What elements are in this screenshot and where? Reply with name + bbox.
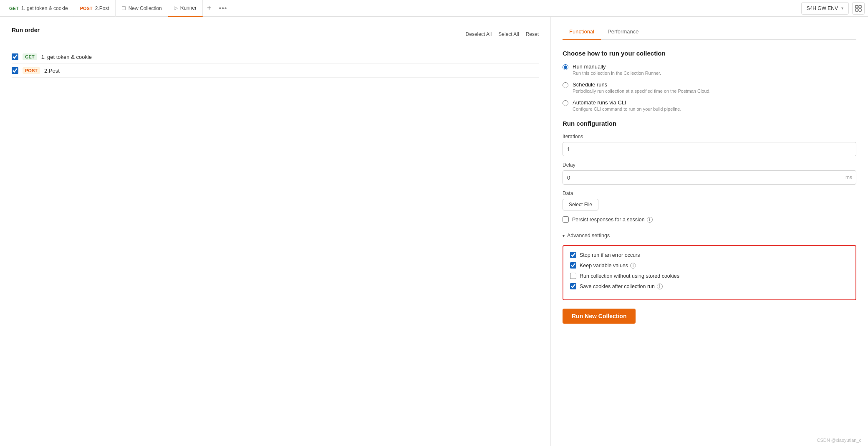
schedule-runs-sub: Periodically run collection at a specifi… (573, 89, 711, 94)
data-field: Data Select File (563, 190, 856, 210)
tab-functional[interactable]: Functional (563, 25, 601, 40)
chevron-down-icon: ▾ (841, 6, 843, 10)
method-post-badge: POST (80, 6, 93, 11)
tab-bar: GET 1. get token & cookie POST 2.Post ☐ … (0, 0, 868, 17)
environment-icon-button[interactable] (852, 2, 865, 15)
left-panel-actions: Deselect All Select All Reset (466, 31, 539, 37)
left-panel: Run order Deselect All Select All Reset … (0, 17, 551, 446)
svg-rect-0 (855, 5, 858, 8)
run-order-title: Run order (12, 27, 40, 33)
run-item-2-checkbox[interactable] (12, 67, 18, 74)
main-content: Run order Deselect All Select All Reset … (0, 17, 868, 446)
run-options: Run manually Run this collection in the … (563, 63, 856, 112)
advanced-settings-box: Stop run if an error occurs Keep variabl… (563, 245, 856, 300)
select-file-button[interactable]: Select File (563, 199, 598, 210)
tab-post-label: 2.Post (95, 5, 109, 11)
no-stored-cookies-row: Run collection without using stored cook… (570, 273, 849, 279)
iterations-input[interactable] (563, 142, 856, 156)
run-items-list: GET 1. get token & cookie POST 2.Post (12, 50, 539, 78)
keep-variable-row: Keep variable values i (570, 262, 849, 269)
keep-variable-info-icon[interactable]: i (630, 263, 636, 269)
run-item: POST 2.Post (12, 64, 539, 78)
run-item-1-method: GET (23, 53, 37, 60)
select-all-button[interactable]: Select All (498, 31, 519, 37)
run-configuration: Run configuration Iterations Delay ms Da… (563, 120, 856, 223)
schedule-runs-option: Schedule runs Periodically run collectio… (563, 81, 856, 94)
save-cookies-info-icon[interactable]: i (657, 284, 663, 289)
reset-button[interactable]: Reset (526, 31, 539, 37)
more-tabs-button[interactable]: ••• (216, 5, 231, 12)
collection-icon: ☐ (121, 5, 126, 11)
stop-run-label: Stop run if an error occurs (580, 252, 640, 258)
run-item: GET 1. get token & cookie (12, 50, 539, 64)
iterations-field: Iterations (563, 134, 856, 156)
delay-suffix: ms (845, 175, 852, 180)
persist-responses-row: Persist responses for a session i (563, 216, 856, 223)
svg-rect-2 (855, 9, 858, 11)
keep-variable-label: Keep variable values i (580, 263, 636, 269)
no-stored-cookies-label: Run collection without using stored cook… (580, 273, 679, 279)
automate-cli-label: Automate runs via CLI Configure CLI comm… (573, 99, 681, 112)
method-get-badge: GET (9, 6, 19, 11)
run-item-2-name: 2.Post (44, 68, 60, 74)
deselect-all-button[interactable]: Deselect All (466, 31, 492, 37)
watermark: CSDN @xiaoyutian_c (817, 438, 861, 443)
svg-rect-3 (859, 9, 861, 11)
tab-performance[interactable]: Performance (601, 25, 645, 40)
run-manually-option: Run manually Run this collection in the … (563, 63, 856, 76)
grid-icon (855, 5, 862, 12)
chevron-down-icon: ▾ (563, 233, 565, 238)
runner-icon: ▷ (174, 5, 178, 11)
schedule-runs-main: Schedule runs (573, 81, 711, 88)
automate-cli-main: Automate runs via CLI (573, 99, 681, 106)
tab-post[interactable]: POST 2.Post (74, 0, 116, 17)
delay-input[interactable] (563, 170, 856, 185)
stop-run-row: Stop run if an error occurs (570, 252, 849, 258)
run-item-2-method: POST (23, 67, 40, 74)
svg-rect-1 (859, 5, 861, 8)
run-manually-sub: Run this collection in the Collection Ru… (573, 71, 661, 76)
config-section-title: Run configuration (563, 120, 856, 127)
automate-cli-option: Automate runs via CLI Configure CLI comm… (563, 99, 856, 112)
tab-get-token[interactable]: GET 1. get token & cookie (3, 0, 74, 17)
delay-label: Delay (563, 162, 856, 168)
save-cookies-checkbox[interactable] (570, 283, 576, 289)
run-manually-main: Run manually (573, 63, 661, 70)
iterations-label: Iterations (563, 134, 856, 139)
right-panel: Functional Performance Choose how to run… (551, 17, 868, 446)
tab-new-collection-label: New Collection (129, 5, 162, 11)
delay-field: Delay ms (563, 162, 856, 185)
schedule-runs-label: Schedule runs Periodically run collectio… (573, 81, 711, 94)
run-new-collection-button[interactable]: Run New Collection (563, 309, 636, 324)
env-selector-label: S4H GW ENV (807, 5, 838, 11)
persist-responses-checkbox[interactable] (563, 216, 569, 223)
env-selector[interactable]: S4H GW ENV ▾ (801, 2, 849, 15)
advanced-settings-toggle[interactable]: ▾ Advanced settings (563, 231, 856, 240)
automate-cli-radio[interactable] (563, 100, 568, 106)
panel-tabs: Functional Performance (563, 25, 856, 40)
no-stored-cookies-checkbox[interactable] (570, 273, 576, 279)
run-manually-label: Run manually Run this collection in the … (573, 63, 661, 76)
run-item-1-name: 1. get token & cookie (41, 54, 92, 60)
tab-runner[interactable]: ▷ Runner (168, 0, 203, 17)
delay-input-wrapper: ms (563, 170, 856, 185)
save-cookies-row: Save cookies after collection run i (570, 283, 849, 289)
keep-variable-checkbox[interactable] (570, 262, 576, 269)
add-tab-button[interactable]: + (203, 4, 216, 13)
save-cookies-label: Save cookies after collection run i (580, 284, 663, 289)
automate-cli-sub: Configure CLI command to run on your bui… (573, 106, 681, 112)
tab-get-token-label: 1. get token & cookie (21, 5, 68, 11)
run-item-1-checkbox[interactable] (12, 53, 18, 60)
choose-how-title: Choose how to run your collection (563, 50, 856, 57)
data-label: Data (563, 190, 856, 196)
stop-run-checkbox[interactable] (570, 252, 576, 258)
schedule-runs-radio[interactable] (563, 82, 568, 88)
persist-responses-label: Persist responses for a session i (572, 217, 653, 223)
advanced-settings-label: Advanced settings (567, 233, 610, 238)
left-panel-header: Run order Deselect All Select All Reset (12, 27, 539, 42)
tab-runner-label: Runner (180, 5, 197, 11)
tab-new-collection[interactable]: ☐ New Collection (116, 0, 168, 17)
run-manually-radio[interactable] (563, 64, 568, 70)
persist-responses-info-icon[interactable]: i (647, 217, 653, 223)
